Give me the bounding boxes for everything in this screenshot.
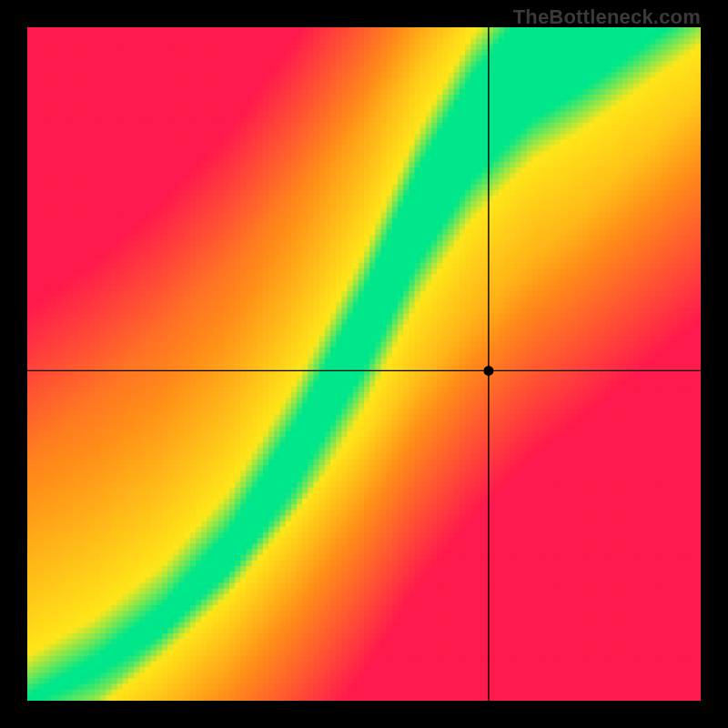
heatmap-canvas: [27, 27, 701, 701]
watermark-text: TheBottleneck.com: [513, 5, 701, 29]
chart-frame: TheBottleneck.com: [0, 0, 728, 728]
